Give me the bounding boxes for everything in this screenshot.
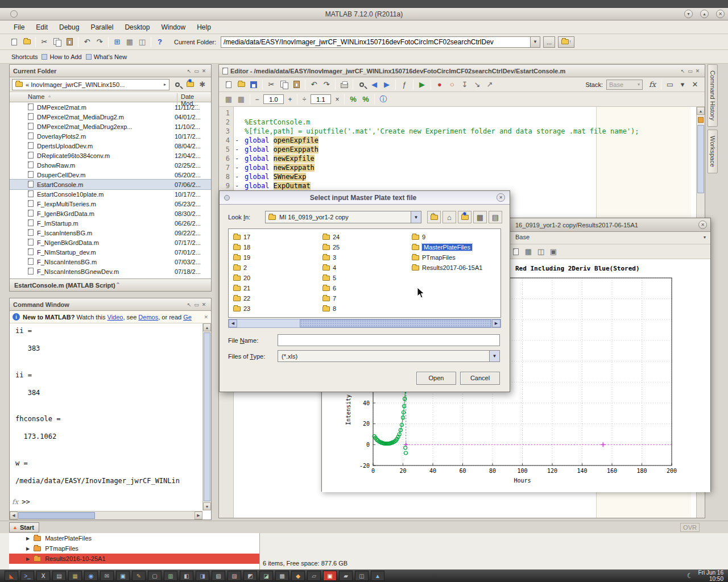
paste-icon[interactable] — [63, 36, 76, 48]
figure-close-icon[interactable]: ✕ — [698, 221, 707, 229]
open-file-icon[interactable] — [235, 79, 247, 90]
file-row[interactable]: F_IgenBkGrdData.m08/30/2... — [10, 209, 211, 218]
folder-item[interactable]: 17 — [233, 232, 250, 242]
maximize-button[interactable]: ▴ — [700, 10, 709, 18]
file-details-bar[interactable]: EstartConsole.m (MATLAB Script) ⌃ — [10, 278, 211, 291]
files-of-type-combo[interactable]: (*.xls) ▼ — [278, 350, 500, 362]
launcher-icon[interactable]: ◣ — [5, 571, 18, 581]
open-button[interactable]: Open — [416, 372, 456, 385]
term2-icon[interactable]: ▥ — [164, 571, 177, 581]
file-list-header[interactable]: Name ▵ Date Mod... — [10, 92, 211, 102]
redo-icon[interactable]: ↷ — [320, 79, 333, 90]
code-line[interactable]: 6-global newExpfile — [219, 154, 696, 163]
increment-button[interactable]: + — [286, 94, 295, 104]
tray-night-icon[interactable]: ☾ — [687, 572, 693, 580]
eval-advance-icon[interactable]: % — [359, 94, 372, 105]
list-view-icon[interactable]: ▦ — [473, 211, 487, 223]
cancel-button[interactable]: Cancel — [460, 372, 500, 385]
file-row[interactable]: DshowRaw.m02/25/2... — [10, 160, 211, 170]
undock-editor-icon[interactable]: ▭ — [664, 79, 676, 90]
app18-icon[interactable]: ▩ — [275, 571, 289, 581]
file-row[interactable]: DMPexcel2mat_MediaDrug2exp...11/10/2... — [10, 122, 211, 131]
scroll-up-icon[interactable]: ▲ — [203, 323, 211, 331]
cut-icon[interactable]: ✂ — [265, 79, 278, 90]
insert-cell-above-icon[interactable]: ▦ — [222, 94, 235, 105]
app15-icon[interactable]: ▨ — [228, 571, 241, 581]
go-back-icon[interactable]: ◀ — [368, 79, 380, 90]
folder-list[interactable]: 171819220212223 2425345678 9MasterPlateF… — [228, 228, 501, 318]
dock-figure-icon[interactable]: ▣ — [547, 246, 560, 257]
details-view-icon[interactable]: ▤ — [489, 211, 502, 223]
search-icon[interactable] — [171, 79, 184, 90]
decrement-button[interactable]: − — [253, 94, 262, 104]
function-browser-icon[interactable]: ƒ — [398, 79, 411, 90]
paste-icon[interactable] — [290, 79, 303, 90]
side-tab-command-history[interactable]: Command History — [708, 64, 718, 127]
folder-item[interactable]: 4 — [322, 263, 340, 273]
actions-menu-icon[interactable]: ✱ — [196, 79, 209, 90]
side-tab-workspace[interactable]: Workspace — [708, 130, 718, 173]
file-row[interactable]: EstartConsole.m07/06/2... — [10, 180, 211, 189]
scroll-left-icon[interactable]: ◀ — [10, 512, 18, 519]
close-button[interactable]: ✕ — [716, 10, 725, 18]
copy-icon[interactable] — [51, 36, 63, 48]
file-row[interactable]: DMPexcel2mat_MediaDrug2.m04/01/2... — [10, 112, 211, 122]
menu-file[interactable]: File — [8, 20, 30, 34]
code-line[interactable]: 7-global newExppath — [219, 163, 696, 172]
start-button[interactable]: ▲ Start — [9, 522, 39, 533]
undock-panel-icon[interactable]: ↖ — [185, 302, 193, 307]
expander-icon[interactable]: ▶ — [26, 556, 30, 562]
find-fx-icon[interactable]: fx — [646, 79, 659, 90]
expander-icon[interactable]: ▶ — [26, 546, 30, 551]
up-folder-button[interactable]: ↑ — [558, 36, 574, 48]
new-figure-icon[interactable] — [510, 246, 522, 257]
divide-button[interactable]: ÷ — [300, 94, 309, 104]
new-folder-icon[interactable]: ✱ — [458, 211, 471, 223]
undo-icon[interactable]: ↶ — [81, 36, 93, 48]
look-in-combo[interactable]: MI 16_0919_yor1-2 copy ▼ — [265, 211, 421, 223]
menu-parallel[interactable]: Parallel — [85, 20, 119, 34]
file-row[interactable]: F_NImStartup_dev.m07/01/2... — [10, 247, 211, 257]
maximize-panel-icon[interactable]: ▭ — [193, 68, 200, 74]
folder-item[interactable]: 21 — [233, 283, 250, 293]
shortcut-how-to-add[interactable]: How to Add — [42, 53, 81, 60]
folder-item[interactable]: 9 — [412, 232, 482, 242]
home-icon[interactable]: ⌂ — [442, 211, 456, 223]
app17-icon[interactable]: ◪ — [259, 571, 273, 581]
step-out-icon[interactable]: ↗ — [483, 79, 496, 90]
folder-item[interactable]: PTmapFiles — [412, 252, 482, 263]
browser-icon[interactable]: ◉ — [84, 571, 98, 581]
file-row[interactable]: F_ImStartup.m06/26/2... — [10, 218, 211, 228]
folder-item[interactable]: 2 — [233, 263, 250, 273]
cut-icon[interactable]: ✂ — [38, 36, 51, 48]
folder-item[interactable]: 5 — [322, 273, 340, 283]
command-horizontal-scrollbar[interactable]: ◀ ▶ — [10, 511, 202, 519]
code-line[interactable]: 8-global SWnewExp — [219, 172, 696, 181]
command-vertical-scrollbar[interactable]: ▲ ▼ — [202, 323, 211, 510]
xterm-icon[interactable]: X — [36, 571, 50, 581]
menu-edit[interactable]: Edit — [30, 20, 53, 34]
banner-link[interactable]: Demos — [138, 314, 158, 321]
close-panel-icon[interactable]: ✕ — [200, 302, 208, 307]
insert-cell-below-icon[interactable]: ▦ — [235, 94, 247, 105]
copy-icon[interactable] — [278, 79, 290, 90]
command-prompt[interactable]: >> — [22, 498, 30, 506]
help-icon[interactable]: ? — [154, 36, 166, 48]
folder-item[interactable]: 23 — [233, 304, 250, 314]
simulink-icon[interactable]: ⊞ — [111, 36, 123, 48]
dialog-close-icon[interactable]: ✕ — [497, 193, 505, 202]
file-row[interactable]: DsuperCellDev.m05/20/2... — [10, 170, 211, 180]
folder-item[interactable]: Results2017-06-15A1 — [412, 263, 482, 273]
file-row[interactable]: F_IexpMultiTseries.m05/23/2... — [10, 199, 211, 209]
current-folder-dropdown-icon[interactable]: ▼ — [531, 36, 540, 48]
fm-row[interactable]: ▶PTmapFiles — [9, 543, 259, 554]
plot-tools-icon[interactable]: ◫ — [535, 246, 547, 257]
code-line[interactable]: 4-global openExpfile — [219, 136, 696, 145]
figure-dropdown-icon[interactable]: ▾ — [704, 235, 706, 240]
folder-item[interactable]: 20 — [233, 273, 250, 283]
app12-icon[interactable]: ◧ — [180, 571, 193, 581]
banner-close-icon[interactable]: ✕ — [204, 314, 208, 320]
eval-cell-icon[interactable]: % — [347, 94, 359, 105]
maximize-panel-icon[interactable]: ▭ — [193, 302, 200, 307]
save-icon[interactable] — [247, 79, 260, 90]
